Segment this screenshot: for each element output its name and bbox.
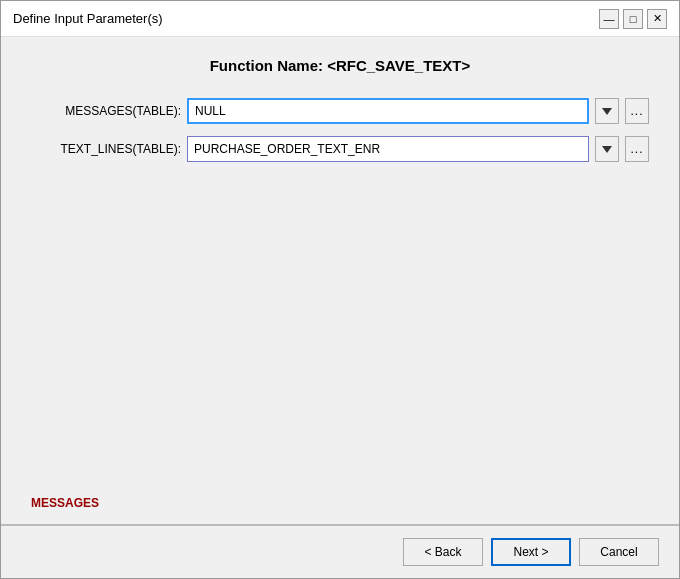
text-lines-table-row: TEXT_LINES(TABLE): ... [31, 136, 649, 162]
messages-table-label: MESSAGES(TABLE): [31, 104, 181, 118]
main-window: Define Input Parameter(s) — □ ✕ Function… [0, 0, 680, 579]
messages-table-input[interactable] [187, 98, 589, 124]
window-title: Define Input Parameter(s) [13, 11, 163, 26]
text-lines-table-more-button[interactable]: ... [625, 136, 649, 162]
minimize-button[interactable]: — [599, 9, 619, 29]
back-button[interactable]: < Back [403, 538, 483, 566]
next-button[interactable]: Next > [491, 538, 571, 566]
middle-area: MESSAGES [31, 162, 649, 524]
maximize-button[interactable]: □ [623, 9, 643, 29]
title-controls: — □ ✕ [599, 9, 667, 29]
text-lines-table-dropdown-button[interactable] [595, 136, 619, 162]
text-lines-table-input[interactable] [187, 136, 589, 162]
function-name-heading: Function Name: <RFC_SAVE_TEXT> [31, 57, 649, 74]
close-button[interactable]: ✕ [647, 9, 667, 29]
messages-table-dropdown-button[interactable] [595, 98, 619, 124]
footer: < Back Next > Cancel [1, 525, 679, 578]
dropdown-arrow-icon-2 [602, 146, 612, 153]
text-lines-table-label: TEXT_LINES(TABLE): [31, 142, 181, 156]
form-area: MESSAGES(TABLE): ... TEXT_LINES(TABLE): … [31, 98, 649, 162]
messages-table-row: MESSAGES(TABLE): ... [31, 98, 649, 124]
title-bar: Define Input Parameter(s) — □ ✕ [1, 1, 679, 37]
cancel-button[interactable]: Cancel [579, 538, 659, 566]
messages-section-label: MESSAGES [31, 492, 649, 514]
messages-table-more-button[interactable]: ... [625, 98, 649, 124]
content-area: Function Name: <RFC_SAVE_TEXT> MESSAGES(… [1, 37, 679, 524]
dropdown-arrow-icon [602, 108, 612, 115]
